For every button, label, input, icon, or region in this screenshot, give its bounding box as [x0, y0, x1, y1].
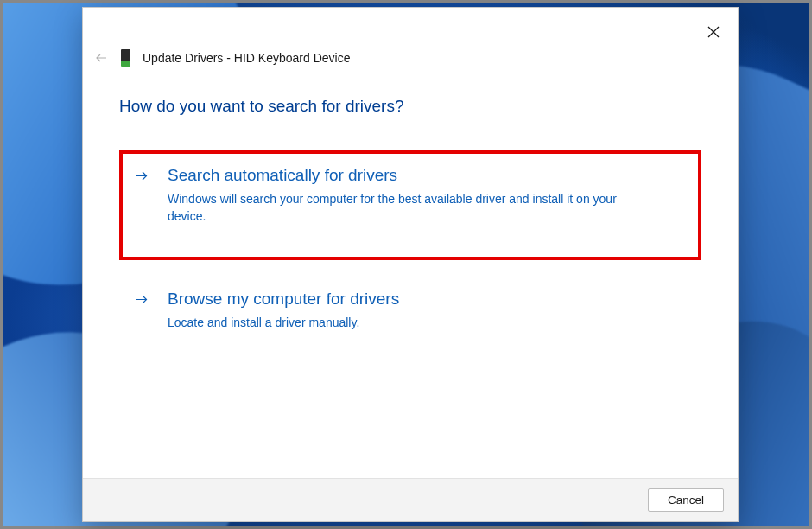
update-drivers-dialog: Update Drivers - HID Keyboard Device How…: [82, 7, 739, 522]
device-icon: [121, 49, 130, 67]
option-title: Browse my computer for drivers: [168, 290, 681, 309]
option-search-automatically[interactable]: Search automatically for drivers Windows…: [119, 150, 701, 260]
option-browse-computer[interactable]: Browse my computer for drivers Locate an…: [119, 274, 701, 352]
back-button[interactable]: [93, 50, 109, 66]
close-button[interactable]: [701, 20, 726, 44]
option-title: Search automatically for drivers: [168, 166, 681, 185]
close-icon: [707, 26, 720, 38]
back-arrow-icon: [95, 52, 107, 64]
option-description: Windows will search your computer for th…: [168, 190, 651, 226]
dialog-footer: Cancel: [83, 478, 738, 521]
question-heading: How do you want to search for drivers?: [119, 97, 701, 116]
option-description: Locate and install a driver manually.: [168, 314, 651, 331]
cancel-button[interactable]: Cancel: [648, 488, 724, 512]
arrow-right-icon: [135, 169, 148, 185]
dialog-content: How do you want to search for drivers? S…: [119, 97, 701, 359]
dialog-header: Update Drivers - HID Keyboard Device: [93, 49, 350, 67]
dialog-title: Update Drivers - HID Keyboard Device: [143, 51, 350, 65]
arrow-right-icon: [135, 293, 148, 309]
